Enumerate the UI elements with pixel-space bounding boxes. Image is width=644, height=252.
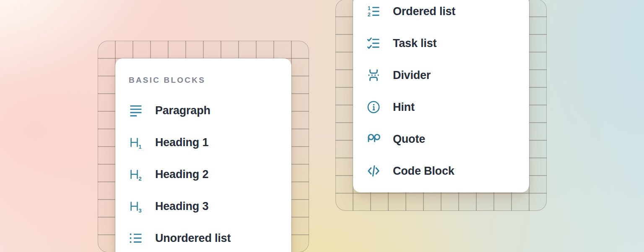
menu-item-unordered-list[interactable]: Unordered list [129,222,291,252]
blocks-menu-continued: 12Ordered listTask listDividerHintQuoteC… [353,0,529,192]
menu-item-divider[interactable]: Divider [366,59,529,91]
task-list-icon [366,36,381,50]
basic-blocks-menu: BASIC BLOCKS Paragraph1Heading 12Heading… [115,58,291,252]
menu-item-label: Code Block [393,165,454,177]
screenshot-stage: BASIC BLOCKS Paragraph1Heading 12Heading… [0,0,644,252]
ordered-list-icon: 12 [366,4,381,18]
menu-item-heading-1[interactable]: 1Heading 1 [129,126,291,158]
menu-item-heading-2[interactable]: 2Heading 2 [129,158,291,190]
menu-item-task-list[interactable]: Task list [366,27,529,59]
menu-item-paragraph[interactable]: Paragraph [129,94,291,126]
menu-item-label: Heading 2 [155,169,208,180]
section-label: BASIC BLOCKS [129,75,291,85]
menu-item-label: Paragraph [155,105,210,116]
heading-2-icon: 2 [129,167,143,181]
menu-item-label: Quote [393,134,425,145]
heading-3-icon: 3 [129,199,143,213]
hint-icon [366,100,381,114]
paragraph-icon [129,103,143,118]
code-block-icon [366,164,381,178]
svg-text:1: 1 [138,144,141,150]
svg-text:2: 2 [368,11,371,18]
menu-item-label: Heading 1 [155,137,208,148]
menu-item-label: Ordered list [393,6,455,17]
divider-icon [366,68,381,82]
menu-item-quote[interactable]: Quote [366,123,529,155]
menu-item-code-block[interactable]: Code Block [366,155,529,187]
svg-text:3: 3 [138,207,141,213]
blocks-menu-continued-items: 12Ordered listTask listDividerHintQuoteC… [366,0,529,187]
menu-item-label: Divider [393,70,431,81]
menu-item-label: Heading 3 [155,201,208,212]
heading-1-icon: 1 [129,135,143,150]
basic-blocks-menu-items: Paragraph1Heading 12Heading 23Heading 3U… [129,94,291,252]
menu-item-hint[interactable]: Hint [366,91,529,123]
menu-item-label: Unordered list [155,233,231,244]
unordered-list-icon [129,231,143,245]
menu-item-label: Hint [393,102,415,113]
menu-item-label: Task list [393,38,436,49]
svg-text:1: 1 [368,5,371,11]
menu-item-heading-3[interactable]: 3Heading 3 [129,190,291,222]
quote-icon [366,132,381,146]
menu-item-ordered-list[interactable]: 12Ordered list [366,0,529,27]
svg-text:2: 2 [138,176,141,181]
